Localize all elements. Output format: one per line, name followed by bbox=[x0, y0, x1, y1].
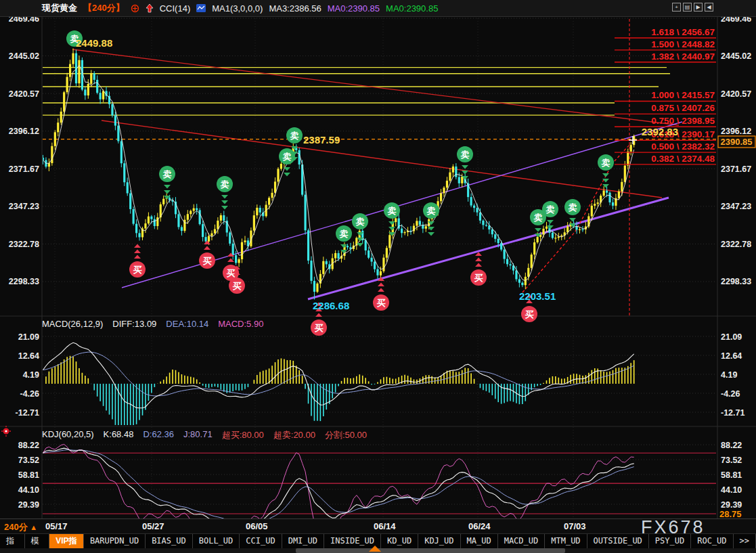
axis-tick-label: 88.22 bbox=[18, 441, 39, 450]
period-indicator[interactable]: 240分 ▲ bbox=[4, 521, 37, 533]
axis-tick-label: 2347.23 bbox=[721, 202, 751, 211]
toolbar-item-boll-ud[interactable]: BOLL_UD bbox=[193, 534, 240, 549]
svg-text:卖: 卖 bbox=[283, 152, 292, 162]
kdj-k-value: K:68.48 bbox=[104, 429, 134, 441]
crosshair-icon[interactable] bbox=[131, 4, 139, 13]
window-tool-icon-3[interactable]: ▶ bbox=[694, 3, 703, 12]
axis-tick-label: 29.39 bbox=[721, 500, 742, 510]
fib-level-label: 0.382 \ 2374.48 bbox=[651, 154, 715, 164]
ma3-value: MA3:2386.56 bbox=[269, 3, 321, 14]
axis-tick-label: -4.26 bbox=[721, 389, 740, 399]
period-arrow-icon: ▲ bbox=[30, 523, 37, 531]
kdj-oversold: 超卖:20.00 bbox=[273, 429, 315, 441]
axis-tick-label: 4.19 bbox=[23, 370, 39, 380]
toolbar-item-outside-ud[interactable]: OUTSIDE_UD bbox=[587, 534, 649, 549]
window-tool-icon-4[interactable]: ◀ bbox=[705, 3, 713, 12]
ma1-label: MA1(3,0,0,0) bbox=[212, 3, 263, 14]
ma0-value-green: MA0:2390.85 bbox=[386, 3, 438, 14]
scrollbar[interactable] bbox=[0, 548, 756, 553]
toolbar-item-kdj-ud[interactable]: KDJ_UD bbox=[418, 534, 460, 549]
yellow-resistance-lines bbox=[43, 68, 670, 115]
window-tool-icon-1[interactable]: + bbox=[672, 3, 681, 12]
svg-text:买: 买 bbox=[474, 273, 483, 283]
svg-text:卖: 卖 bbox=[340, 229, 349, 239]
axis-tick-label: 2298.33 bbox=[721, 277, 751, 286]
fib-level-label: 0.750 \ 2398.95 bbox=[651, 116, 715, 126]
svg-text:买: 买 bbox=[133, 265, 142, 275]
ma0-value-purple: MA0:2390.85 bbox=[328, 3, 380, 14]
svg-text:买: 买 bbox=[525, 309, 534, 319]
toolbar-item-模板[interactable]: 模板 bbox=[25, 534, 50, 549]
price-annotation-label: 2286.68 bbox=[313, 300, 349, 311]
axis-tick-label: -4.26 bbox=[20, 389, 40, 399]
axis-tick-label: 2322.78 bbox=[9, 240, 39, 249]
axis-tick-label: 2371.67 bbox=[9, 164, 39, 174]
axis-tick-label: -12.71 bbox=[16, 408, 39, 418]
window-tool-icon-2[interactable]: ▤ bbox=[683, 3, 692, 12]
svg-text:买: 买 bbox=[315, 323, 324, 333]
kdj-name: KDJ(60,20,5) bbox=[42, 429, 94, 441]
scroll-position-arrow-icon bbox=[369, 546, 381, 552]
price-annotation-label: 2449.88 bbox=[76, 37, 112, 49]
svg-text:卖: 卖 bbox=[546, 204, 555, 215]
fib-level-label: 0.875 \ 2407.26 bbox=[651, 103, 715, 113]
toolbar-item-vip指标[interactable]: VIP指标 bbox=[49, 534, 84, 549]
svg-text:卖: 卖 bbox=[388, 206, 397, 216]
chart-header: 现货黄金 【240分】 CCI(14) MA1(3,0,0,0) MA3:238… bbox=[0, 0, 756, 17]
macd-pane-header: MACD(26,12,9) DIFF:13.09 DEA:10.14 MACD:… bbox=[42, 319, 263, 329]
fib-level-label: 1.382 \ 2440.97 bbox=[651, 51, 715, 62]
axis-tick-label: -12.71 bbox=[721, 408, 744, 418]
candle-chart-icon[interactable] bbox=[196, 4, 206, 12]
axis-tick-label: 2371.67 bbox=[721, 164, 751, 174]
up-arrow-icon bbox=[146, 3, 154, 13]
svg-text:卖: 卖 bbox=[221, 179, 229, 190]
date-label: 05/17 bbox=[45, 521, 68, 531]
axis-tick-label: 2396.12 bbox=[9, 127, 39, 136]
period-label: 【240分】 bbox=[83, 2, 125, 14]
toolbar-item-barupdn-ud[interactable]: BARUPDN_UD bbox=[84, 534, 146, 549]
toolbar-item-ma-ud[interactable]: MA_UD bbox=[461, 534, 498, 549]
svg-text:买: 买 bbox=[203, 256, 212, 266]
price-annotation-label: 2203.51 bbox=[519, 290, 556, 302]
indicator-name: CCI(14) bbox=[160, 3, 191, 14]
date-label: 07/03 bbox=[564, 521, 586, 531]
fib-level-label: 1.500 \ 2448.82 bbox=[651, 39, 715, 49]
macd-pane bbox=[43, 342, 634, 435]
axis-tick-label: 58.81 bbox=[721, 470, 742, 480]
axis-tick-label: 2298.33 bbox=[9, 277, 39, 286]
axis-tick-label: 21.09 bbox=[721, 332, 742, 342]
toolbar-item-kd-ud[interactable]: KD_UD bbox=[381, 534, 418, 549]
toolbar-item-macd-ud[interactable]: MACD_UD bbox=[498, 534, 546, 549]
svg-text:2390.85: 2390.85 bbox=[721, 137, 753, 147]
kdj-d-value: D:62.36 bbox=[143, 429, 174, 441]
chart-canvas[interactable]: 1.618 \ 2456.671.500 \ 2448.821.382 \ 24… bbox=[0, 0, 756, 553]
svg-text:卖: 卖 bbox=[569, 202, 577, 213]
axis-tick-label: 44.10 bbox=[721, 485, 742, 495]
price-annotation-label: 2387.59 bbox=[303, 134, 340, 146]
toolbar-item-mtm-ud[interactable]: MTM_UD bbox=[545, 534, 587, 549]
toolbar-item-dmi-ud[interactable]: DMI_UD bbox=[282, 534, 324, 549]
toolbar-item--[interactable]: >> bbox=[734, 534, 756, 549]
axis-tick-label: 2445.02 bbox=[9, 51, 39, 61]
svg-text:卖: 卖 bbox=[534, 213, 543, 223]
axis-labels: 2469.462469.462445.022445.022420.572420.… bbox=[9, 14, 755, 520]
fx678-watermark: FX678 bbox=[641, 517, 705, 538]
scrollbar-thumb[interactable] bbox=[296, 548, 565, 553]
svg-text:卖: 卖 bbox=[290, 131, 299, 141]
kdj-current-value: 28.75 bbox=[719, 509, 742, 519]
axis-tick-label: 88.22 bbox=[721, 441, 742, 450]
svg-text:卖: 卖 bbox=[163, 169, 172, 179]
svg-text:卖: 卖 bbox=[356, 217, 365, 227]
macd-diff-value: DIFF:13.09 bbox=[112, 319, 156, 329]
axis-tick-label: 29.39 bbox=[18, 500, 39, 510]
svg-text:卖: 卖 bbox=[461, 150, 470, 160]
axis-tick-label: 2396.12 bbox=[721, 127, 751, 136]
axis-tick-label: 12.64 bbox=[721, 351, 742, 361]
axis-tick-label: 2420.57 bbox=[721, 89, 751, 99]
toolbar-item-cci-ud[interactable]: CCI_UD bbox=[240, 534, 282, 549]
toolbar-item-指标[interactable]: 指标 bbox=[0, 534, 25, 549]
axis-tick-label: 73.52 bbox=[721, 456, 742, 465]
toolbar-item-bias-ud[interactable]: BIAS_UD bbox=[146, 534, 193, 549]
trading-app-window: 1.618 \ 2456.671.500 \ 2448.821.382 \ 24… bbox=[0, 0, 756, 553]
axis-tick-label: 4.19 bbox=[721, 370, 737, 380]
